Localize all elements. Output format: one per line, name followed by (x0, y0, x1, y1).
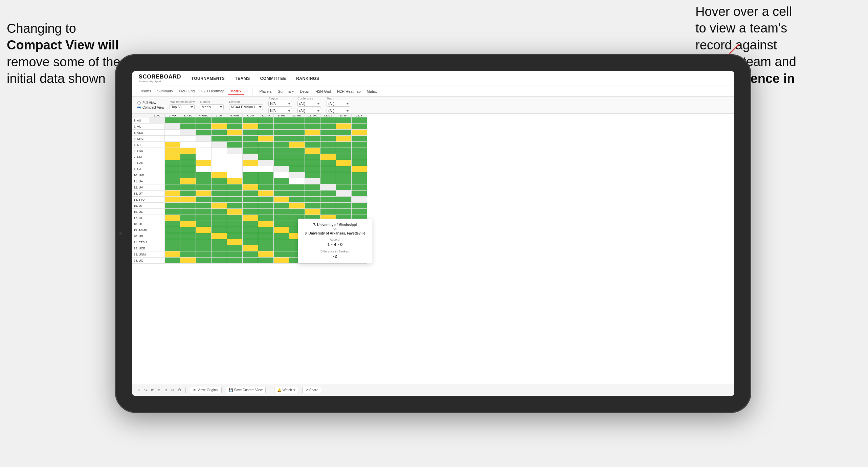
matrix-cell[interactable] (180, 117, 196, 124)
matrix-cell[interactable] (274, 239, 289, 245)
matrix-cell[interactable] (352, 191, 367, 197)
matrix-cell[interactable] (274, 184, 289, 191)
matrix-cell[interactable] (196, 251, 212, 258)
tab-matrix-right[interactable]: Matrix (364, 88, 380, 95)
matrix-cell[interactable] (352, 172, 367, 178)
matrix-cell[interactable] (320, 203, 336, 209)
matrix-cell[interactable] (165, 136, 180, 142)
matrix-cell[interactable] (258, 136, 274, 142)
matrix-cell[interactable] (274, 172, 289, 178)
matrix-cell[interactable] (289, 184, 305, 191)
matrix-cell[interactable] (274, 251, 289, 258)
matrix-cell[interactable] (196, 239, 212, 245)
tab-h2h-grid-left[interactable]: H2H Grid (176, 88, 197, 95)
matrix-cell[interactable] (305, 191, 320, 197)
matrix-cell[interactable] (320, 142, 336, 148)
matrix-cell[interactable] (227, 258, 243, 264)
matrix-cell[interactable] (180, 215, 196, 221)
matrix-cell[interactable] (258, 221, 274, 227)
matrix-cell[interactable] (212, 130, 227, 136)
matrix-cell[interactable] (352, 154, 367, 160)
matrix-cell[interactable] (243, 160, 258, 166)
matrix-cell[interactable] (320, 197, 336, 203)
watch-btn[interactable]: 🔔 Watch ▾ (274, 387, 298, 393)
matrix-cell[interactable] (320, 191, 336, 197)
matrix-cell[interactable] (149, 203, 165, 209)
matrix-cell[interactable] (305, 166, 320, 172)
matrix-cell[interactable] (165, 130, 180, 136)
matrix-cell[interactable] (149, 166, 165, 172)
matrix-cell[interactable] (180, 130, 196, 136)
matrix-cell[interactable] (180, 136, 196, 142)
matrix-cell[interactable] (196, 154, 212, 160)
matrix-cell[interactable] (258, 166, 274, 172)
matrix-cell[interactable] (305, 203, 320, 209)
matrix-cell[interactable] (196, 184, 212, 191)
matrix-cell[interactable] (180, 245, 196, 251)
matrix-cell[interactable] (227, 172, 243, 178)
matrix-container[interactable]: 1. AU 2. VU 3. ASU 4. UNC 5. UT 6. FSU 7… (132, 114, 734, 384)
conference-select-2[interactable]: (All) (297, 108, 321, 114)
matrix-cell[interactable] (289, 166, 305, 172)
matrix-cell[interactable] (212, 124, 227, 130)
matrix-cell[interactable] (243, 142, 258, 148)
matrix-cell[interactable] (196, 172, 212, 178)
matrix-cell[interactable] (165, 142, 180, 148)
matrix-cell[interactable] (336, 184, 352, 191)
matrix-cell[interactable] (212, 142, 227, 148)
matrix-cell[interactable] (336, 191, 352, 197)
matrix-cell[interactable] (258, 233, 274, 239)
matrix-cell[interactable] (274, 154, 289, 160)
region-select-2[interactable]: N/A (268, 108, 292, 114)
gender-select[interactable]: Men's Women's (200, 104, 224, 110)
matrix-cell[interactable] (165, 239, 180, 245)
matrix-cell[interactable] (305, 184, 320, 191)
tab-h2h-heatmap-left[interactable]: H2H Heatmap (198, 88, 227, 95)
matrix-cell[interactable] (274, 197, 289, 203)
matrix-cell[interactable] (165, 160, 180, 166)
matrix-cell[interactable] (274, 227, 289, 233)
matrix-cell[interactable] (258, 245, 274, 251)
region-select[interactable]: N/A (268, 101, 292, 107)
matrix-cell[interactable] (212, 117, 227, 124)
matrix-cell[interactable] (180, 209, 196, 215)
matrix-cell[interactable] (274, 130, 289, 136)
matrix-cell[interactable] (320, 184, 336, 191)
matrix-cell[interactable] (212, 148, 227, 154)
matrix-cell[interactable] (212, 166, 227, 172)
matrix-cell[interactable] (165, 203, 180, 209)
matrix-cell[interactable] (258, 227, 274, 233)
matrix-cell[interactable] (258, 184, 274, 191)
matrix-cell[interactable] (227, 148, 243, 154)
matrix-cell[interactable] (320, 148, 336, 154)
matrix-cell[interactable] (165, 117, 180, 124)
matrix-cell[interactable] (165, 178, 180, 184)
matrix-cell[interactable] (227, 117, 243, 124)
matrix-cell[interactable] (149, 258, 165, 264)
matrix-cell[interactable] (212, 136, 227, 142)
matrix-cell[interactable] (212, 215, 227, 221)
matrix-cell[interactable] (289, 160, 305, 166)
clock-btn[interactable]: ⏱ (178, 388, 181, 392)
matrix-cell[interactable] (149, 136, 165, 142)
matrix-cell[interactable] (165, 251, 180, 258)
matrix-cell[interactable] (180, 197, 196, 203)
matrix-cell[interactable] (227, 227, 243, 233)
matrix-cell[interactable] (196, 227, 212, 233)
tab-teams[interactable]: Teams (137, 88, 154, 95)
matrix-cell[interactable] (289, 130, 305, 136)
matrix-cell[interactable] (165, 191, 180, 197)
tab-summary-right[interactable]: Summary (275, 88, 296, 95)
matrix-cell[interactable] (212, 160, 227, 166)
matrix-cell[interactable] (227, 221, 243, 227)
matrix-cell[interactable] (320, 160, 336, 166)
matrix-cell[interactable] (227, 203, 243, 209)
view-original-btn[interactable]: 👁 View: Original (190, 387, 222, 393)
matrix-cell[interactable] (149, 197, 165, 203)
matrix-cell[interactable] (289, 148, 305, 154)
matrix-cell[interactable] (320, 154, 336, 160)
team-select[interactable]: (All) (327, 101, 350, 107)
matrix-cell[interactable] (212, 197, 227, 203)
matrix-cell[interactable] (352, 203, 367, 209)
matrix-cell[interactable] (274, 148, 289, 154)
